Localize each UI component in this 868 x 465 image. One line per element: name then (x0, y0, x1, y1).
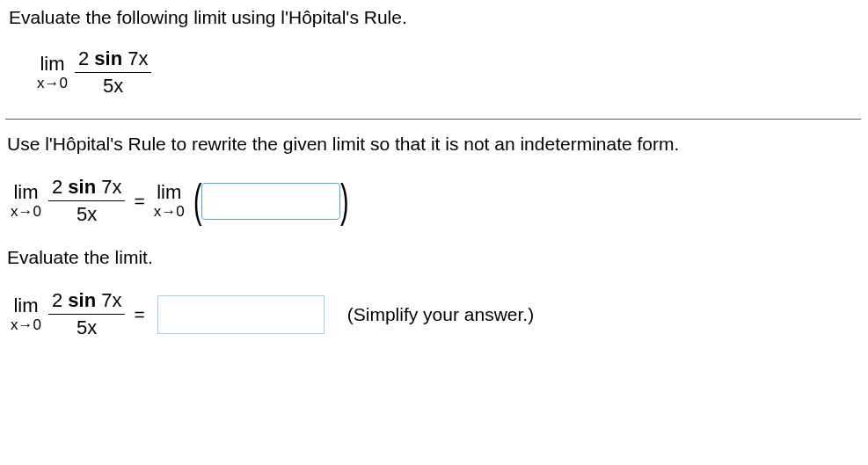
final-answer-input[interactable] (157, 295, 325, 334)
lim-subscript: x→0 (11, 204, 41, 220)
limit-expression: lim x→0 2 sin 7x 5x (5, 47, 151, 98)
lim-operator-right: lim x→0 (154, 182, 185, 220)
numerator: 2 sin 7x (75, 47, 152, 72)
lim-subscript: x→0 (154, 204, 185, 220)
lim-word: lim (13, 295, 38, 316)
lim-word: lim (40, 54, 64, 74)
rewrite-instruction: Use l'Hôpital's Rule to rewrite the give… (5, 134, 861, 155)
lim-word: lim (13, 182, 38, 202)
question-prompt: Evaluate the following limit using l'Hôp… (5, 7, 861, 28)
lim-operator-left: lim x→0 (11, 182, 41, 220)
numerator: 2 sin 7x (48, 289, 126, 314)
lim-subscript: x→0 (37, 76, 68, 91)
denominator: 5x (77, 201, 97, 226)
evaluate-instruction: Evaluate the limit. (5, 247, 861, 268)
simplify-hint: (Simplify your answer.) (347, 304, 534, 325)
fraction: 2 sin 7x 5x (75, 47, 152, 98)
fraction-eval: 2 sin 7x 5x (48, 289, 126, 339)
section-divider (5, 119, 861, 120)
numerator: 2 sin 7x (48, 176, 126, 200)
lim-subscript: x→0 (11, 317, 41, 333)
evaluate-equation-row: lim x→0 2 sin 7x 5x = (Simplify your ans… (5, 289, 861, 339)
fraction-left: 2 sin 7x 5x (48, 176, 126, 226)
lim-word: lim (157, 182, 181, 202)
equals-sign-eval: = (134, 304, 144, 325)
denominator: 5x (77, 315, 97, 339)
lim-operator: lim x→0 (37, 54, 68, 91)
lim-operator-eval: lim x→0 (11, 295, 41, 333)
equals-sign: = (134, 191, 144, 212)
rewrite-input-container: ( ) (190, 183, 353, 220)
rewrite-equation-row: lim x→0 2 sin 7x 5x = lim x→0 ( ) (5, 176, 861, 226)
rewrite-answer-input[interactable] (201, 183, 340, 220)
denominator: 5x (103, 73, 123, 98)
left-paren-icon: ( (193, 183, 202, 220)
right-paren-icon: ) (340, 183, 349, 220)
